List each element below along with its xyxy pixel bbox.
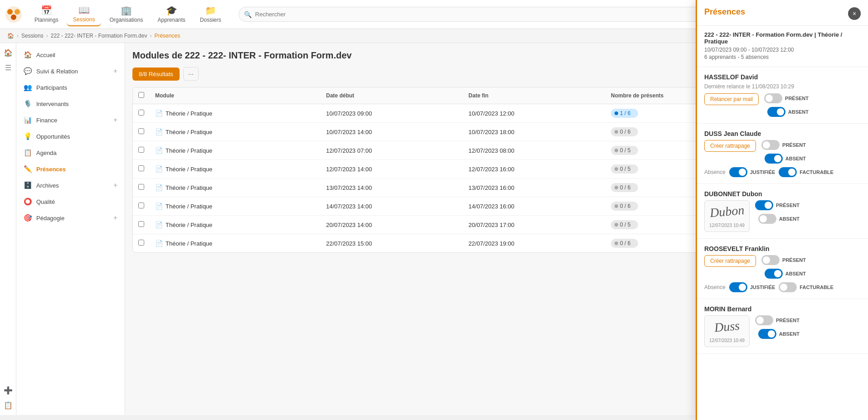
row-checkbox-2[interactable]	[138, 147, 144, 153]
facturable-label-duss: FACTURABLE	[800, 169, 834, 175]
row-checkbox-4[interactable]	[138, 184, 144, 190]
sidebar-item-suivi[interactable]: 💬 Suivi & Relation +	[16, 63, 125, 79]
nav-sessions[interactable]: 📖 Sessions	[67, 3, 102, 26]
presents-toggle-5[interactable]: 0 / 6	[611, 202, 638, 211]
module-name-5: Théorie / Pratique	[166, 203, 212, 210]
presents-toggle-4[interactable]: 0 / 6	[611, 183, 638, 192]
row-checkbox-1[interactable]	[138, 128, 144, 134]
row-module-3: 📄 Théorie / Pratique	[150, 160, 321, 179]
more-options-button[interactable]: ···	[183, 67, 199, 81]
row-checkbox-7[interactable]	[138, 240, 144, 246]
present-toggle-duss[interactable]	[761, 140, 780, 150]
module-file-icon: 📄	[155, 221, 163, 228]
sidebar-item-intervenants[interactable]: 🎙️ Intervenants	[16, 96, 125, 112]
person-layout-hasselof: Relancer par mail PRÉSENT ABSENT	[704, 93, 861, 117]
accueil-icon: 🏠	[24, 51, 32, 59]
breadcrumb-sessions[interactable]: Sessions	[21, 33, 44, 39]
rattrapage-button-roosevelt[interactable]: Créer rattrapage	[704, 255, 756, 267]
present-toggle-morin[interactable]	[755, 315, 773, 325]
absent-toggle-hasselof[interactable]	[767, 107, 785, 117]
left-clipboard-icon[interactable]: 📋	[2, 399, 15, 411]
present-toggle-dubonnet[interactable]	[755, 200, 773, 210]
person-sig-col-hasselof: Relancer par mail	[704, 93, 759, 105]
toggle-dot-2	[614, 149, 618, 152]
qualite-icon: ⭕	[24, 198, 32, 206]
pedagogie-plus-icon[interactable]: +	[113, 214, 117, 222]
person-sig-col-dubonnet: Dubon 12/07/2023 10:49	[704, 200, 750, 232]
nav-apprenants[interactable]: 🎓 Apprenants	[151, 3, 191, 26]
status-col-morin: PRÉSENT ABSENT	[755, 315, 800, 339]
presents-toggle-7[interactable]: 0 / 6	[611, 239, 638, 248]
left-home-icon[interactable]: 🏠	[2, 47, 15, 59]
search-input[interactable]	[239, 7, 736, 22]
sidebar-item-opportunites[interactable]: 💡 Opportunités	[16, 128, 125, 145]
results-button[interactable]: 8/8 Résultats	[132, 68, 180, 81]
absent-group-roosevelt: ABSENT	[765, 269, 806, 279]
person-name-roosevelt: ROOSEVELT Franklin	[704, 245, 861, 252]
panel-close-button[interactable]: ×	[848, 7, 861, 20]
present-label-morin: PRÉSENT	[776, 318, 800, 323]
suivi-plus-icon[interactable]: +	[113, 67, 117, 75]
nav-organisations[interactable]: 🏢 Organisations	[103, 3, 149, 26]
nav-dossiers[interactable]: 📁 Dossiers	[194, 3, 228, 26]
nav-plannings[interactable]: 📅 Plannings	[28, 3, 65, 26]
justifiee-toggle-roosevelt[interactable]	[729, 282, 747, 292]
sidebar-item-qualite[interactable]: ⭕ Qualité	[16, 193, 125, 210]
presents-toggle-0[interactable]: 1 / 6	[611, 109, 638, 118]
present-toggle-roosevelt[interactable]	[761, 255, 780, 265]
row-date-fin-7: 22/07/2023 19:00	[463, 234, 605, 253]
sidebar-item-participants[interactable]: 👥 Participants	[16, 79, 125, 96]
justifiee-toggle-duss[interactable]	[729, 167, 747, 177]
nav-organisations-label: Organisations	[109, 17, 143, 23]
justifiee-group-roosevelt: JUSTIFIÉE	[729, 282, 775, 292]
archives-plus-icon[interactable]: +	[113, 181, 117, 189]
breadcrumb-home[interactable]: 🏠	[7, 33, 14, 39]
relancer-button-hasselof[interactable]: Relancer par mail	[704, 93, 759, 105]
sidebar-item-agenda[interactable]: 📋 Agenda	[16, 145, 125, 161]
toggle-dot-4	[614, 186, 618, 189]
app-logo[interactable]	[5, 5, 23, 24]
select-all-checkbox[interactable]	[138, 92, 144, 98]
left-add-icon[interactable]: ➕	[2, 384, 15, 396]
sidebar-item-finance[interactable]: 📊 Finance +	[16, 112, 125, 128]
svg-point-1	[7, 9, 13, 14]
row-checkbox-0[interactable]	[138, 110, 144, 116]
finance-plus-icon[interactable]: +	[113, 116, 117, 124]
present-label-hasselof: PRÉSENT	[785, 96, 809, 101]
sidebar-item-pedagogie[interactable]: 🎯 Pédagogie +	[16, 210, 125, 226]
finance-icon: 📊	[24, 116, 32, 124]
absent-toggle-duss[interactable]	[765, 154, 783, 164]
facturable-toggle-roosevelt[interactable]	[779, 282, 797, 292]
absent-toggle-dubonnet[interactable]	[758, 214, 776, 224]
sidebar-item-accueil[interactable]: 🏠 Accueil	[16, 47, 125, 63]
present-group-dubonnet: PRÉSENT	[755, 200, 800, 210]
sidebar-item-presences[interactable]: ✏️ Présences	[16, 161, 125, 177]
presents-toggle-6[interactable]: 0 / 5	[611, 220, 638, 229]
row-checkbox-3[interactable]	[138, 165, 144, 171]
absent-toggle-morin[interactable]	[758, 329, 776, 339]
presents-toggle-1[interactable]: 0 / 6	[611, 127, 638, 136]
signature-box-dubonnet: Dubon 12/07/2023 10:49	[704, 200, 750, 232]
present-group-morin: PRÉSENT	[755, 315, 800, 325]
row-checkbox-5[interactable]	[138, 203, 144, 208]
row-date-fin-6: 20/07/2023 17:00	[463, 216, 605, 234]
panel-body: HASSELOF David Dernière relance le 11/08…	[697, 67, 868, 415]
facturable-toggle-duss[interactable]	[779, 167, 797, 177]
breadcrumb-session[interactable]: 222 - 222- INTER - Formation Form.dev	[51, 33, 147, 39]
presents-toggle-2[interactable]: 0 / 5	[611, 146, 638, 155]
absent-toggle-roosevelt[interactable]	[765, 269, 783, 279]
row-date-fin-0: 10/07/2023 12:00	[463, 104, 605, 123]
signature-dubonnet: Dubon	[709, 203, 745, 221]
absent-group-morin: ABSENT	[758, 329, 800, 339]
absent-group-dubonnet: ABSENT	[758, 214, 800, 224]
absence-row-roosevelt: Absence JUSTIFIÉE FACTURABLE	[704, 282, 861, 292]
present-toggle-hasselof[interactable]	[764, 93, 782, 103]
row-checkbox-6[interactable]	[138, 221, 144, 227]
absent-label-dubonnet: ABSENT	[779, 216, 800, 222]
sidebar-item-archives[interactable]: 🗄️ Archives +	[16, 177, 125, 193]
rattrapage-button-duss[interactable]: Créer rattrapage	[704, 140, 756, 152]
left-menu-icon[interactable]: ☰	[3, 62, 13, 74]
row-date-debut-3: 12/07/2023 14:00	[321, 160, 463, 179]
presents-toggle-3[interactable]: 0 / 5	[611, 164, 638, 174]
module-name-4: Théorie / Pratique	[166, 184, 212, 191]
